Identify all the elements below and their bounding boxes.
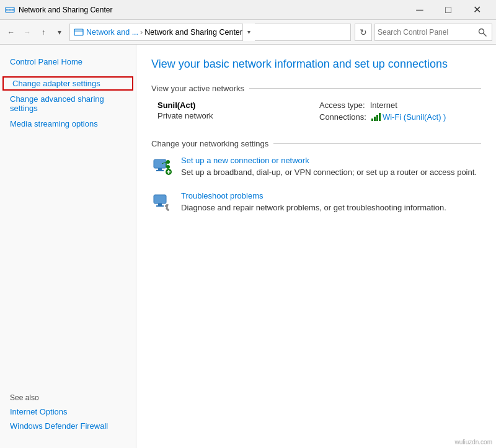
troubleshoot-item: Troubleshoot problems Diagnose and repai… [151,191,481,213]
main-window: Control Panel Home Change adapter settin… [0,45,496,448]
sidebar-item-home[interactable]: Control Panel Home [0,55,136,69]
network-type: Private network [157,111,319,120]
wifi-icon [371,113,381,121]
svg-rect-20 [154,195,166,204]
sidebar: Control Panel Home Change adapter settin… [0,45,136,448]
access-type-row: Access type: Internet [319,101,481,110]
breadcrumb-dropdown[interactable]: ▾ [242,24,255,41]
sidebar-item-media-streaming[interactable]: Media streaming options [0,117,136,131]
title-bar: Network and Sharing Center ─ □ ✕ [0,0,496,20]
see-also-title: See also [0,388,136,405]
page-title: View your basic network information and … [151,57,481,71]
search-box [374,24,492,41]
network-name: Sunil(Act) [157,101,319,110]
app-icon [5,5,15,15]
svg-point-13 [166,160,170,164]
troubleshoot-desc: Diagnose and repair network problems, or… [181,203,446,212]
svg-rect-6 [74,29,83,35]
svg-rect-23 [166,207,169,211]
content-area: View your basic network information and … [136,45,496,448]
sidebar-item-internet-options[interactable]: Internet Options [0,405,136,419]
breadcrumb-separator: › [140,28,143,37]
new-connection-desc: Set up a broadband, dial-up, or VPN conn… [181,168,477,177]
svg-point-3 [9,9,11,11]
address-bar: ← → ↑ ▾ Network and ... › Network and Sh… [0,20,496,45]
maximize-button[interactable]: □ [434,0,463,20]
svg-rect-12 [156,170,164,171]
network-info-box: Sunil(Act) Private network Access type: … [151,101,481,124]
wifi-link[interactable]: Wi-Fi (Sunil(Act) ) [383,112,446,122]
svg-rect-10 [154,159,166,168]
breadcrumb-part1[interactable]: Network and ... [86,28,138,37]
network-access-block: Access type: Internet Connections: Wi-Fi… [319,101,481,124]
svg-line-9 [484,33,487,36]
sidebar-item-change-adapter[interactable]: Change adapter settings [2,76,133,91]
network-name-block: Sunil(Act) Private network [157,101,319,124]
svg-point-14 [166,165,170,169]
breadcrumb: Network and ... › Network and Sharing Ce… [69,24,351,41]
window-controls: ─ □ ✕ [405,0,491,20]
svg-rect-21 [158,204,162,205]
window-title: Network and Sharing Center [19,6,405,14]
up-button[interactable]: ↑ [36,25,51,40]
new-connection-item: Set up a new connection or network Set u… [151,156,481,178]
minimize-button[interactable]: ─ [405,0,434,20]
troubleshoot-text: Troubleshoot problems Diagnose and repai… [181,191,481,213]
new-connection-icon [151,156,174,178]
search-input[interactable] [378,28,476,37]
troubleshoot-link[interactable]: Troubleshoot problems [181,191,481,200]
svg-rect-22 [156,205,164,207]
forward-button[interactable]: → [20,25,35,40]
access-type-label: Access type: [319,101,365,110]
sidebar-links: Change adapter settings Change advanced … [0,76,136,131]
new-connection-text: Set up a new connection or network Set u… [181,156,481,178]
sidebar-item-change-sharing[interactable]: Change advanced sharing settings [0,92,136,115]
connections-label: Connections: [319,112,366,122]
connections-row: Connections: Wi-Fi (Sunil(Act) ) [319,112,481,122]
breadcrumb-part2: Network and Sharing Center [144,28,242,37]
sidebar-bottom: See also Internet Options Windows Defend… [0,388,136,438]
change-settings-header: Change your networking settings [151,139,481,148]
troubleshoot-icon [151,191,174,213]
new-connection-link[interactable]: Set up a new connection or network [181,156,481,165]
access-type-value: Internet [370,101,397,110]
active-networks-header: View your active networks [151,84,481,93]
svg-point-5 [12,9,14,11]
watermark: wuliuzdn.com [454,439,492,446]
refresh-button[interactable]: ↻ [355,24,372,41]
back-button[interactable]: ← [4,25,19,40]
recent-button[interactable]: ▾ [52,25,67,40]
svg-rect-11 [158,168,162,170]
close-button[interactable]: ✕ [463,0,491,20]
sidebar-item-defender-firewall[interactable]: Windows Defender Firewall [0,419,136,433]
search-icon-button[interactable] [476,25,489,39]
svg-point-1 [6,9,7,11]
